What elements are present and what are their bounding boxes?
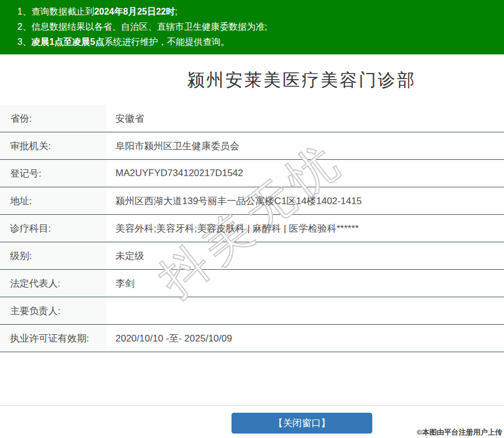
- row-value: 美容外科;美容牙科;美容皮肤科 | 麻醉科 | 医学检验科******: [107, 215, 504, 242]
- row-label-text: 执业许可证有效期:: [10, 332, 89, 345]
- table-row-address: 地址: 颍州区西湖大道139号丽丰一品公寓楼C1区14楼1402-1415: [0, 187, 504, 215]
- notice-text: 系统进行维护，不能提供查询。: [104, 37, 230, 47]
- row-value-text: 颍州区西湖大道139号丽丰一品公寓楼C1区14楼1402-1415: [115, 195, 362, 208]
- page-title: 颍州安莱美医疗美容门诊部: [187, 70, 416, 91]
- notice-text: ;: [175, 7, 177, 16]
- table-row-medical-subjects: 诊疗科目: 美容外科;美容牙科;美容皮肤科 | 麻醉科 | 医学检验科*****…: [0, 215, 504, 242]
- notice-number: 2、: [17, 22, 31, 31]
- row-label: 诊疗科目:: [0, 215, 107, 242]
- row-label: 登记号:: [0, 160, 107, 187]
- row-value: 李剑: [107, 270, 504, 297]
- row-label-text: 主要负责人:: [10, 305, 61, 317]
- row-label: 法定代表人:: [0, 270, 107, 297]
- table-row-registration-number: 登记号: MA2UYFYD734120217D1542: [0, 160, 504, 187]
- row-value: MA2UYFYD734120217D1542: [107, 160, 504, 187]
- row-label: 省份:: [0, 105, 107, 132]
- notice-bold-text: 凌晨1点至凌晨5点: [31, 37, 104, 47]
- row-label-text: 省份:: [10, 112, 32, 125]
- row-value-text: 美容外科;美容牙科;美容皮肤科 | 麻醉科 | 医学检验科******: [115, 222, 359, 235]
- row-value: 阜阳市颍州区卫生健康委员会: [107, 132, 504, 159]
- row-value-text: 未定级: [115, 250, 144, 262]
- notice-line-3: 3、凌晨1点至凌晨5点系统进行维护，不能提供查询。: [17, 34, 496, 49]
- copyright-stamp: ©本图由平台注册用户上传: [417, 427, 502, 437]
- page: 1、查询数据截止到2024年8月25日22时; 2、信息数据结果以各省、自治区、…: [0, 0, 504, 438]
- row-value-text: 2020/10/10 -至- 2025/10/09: [115, 332, 232, 345]
- row-value: 安徽省: [107, 105, 504, 132]
- footer-divider: [0, 405, 504, 406]
- notice-bar: 1、查询数据截止到2024年8月25日22时; 2、信息数据结果以各省、自治区、…: [0, 0, 504, 54]
- row-label: 主要负责人:: [0, 297, 107, 324]
- row-value-text: 阜阳市颍州区卫生健康委员会: [115, 140, 239, 153]
- notice-text: 信息数据结果以各省、自治区、直辖市卫生健康委数据为准;: [31, 22, 267, 31]
- row-label: 级别:: [0, 242, 107, 269]
- row-label-text: 诊疗科目:: [10, 222, 51, 235]
- row-label: 执业许可证有效期:: [0, 325, 107, 352]
- row-value: 颍州区西湖大道139号丽丰一品公寓楼C1区14楼1402-1415: [107, 187, 504, 214]
- row-value: 2020/10/10 -至- 2025/10/09: [107, 325, 504, 352]
- row-value-text: 李剑: [115, 277, 135, 290]
- notice-text: 查询数据截止到: [31, 7, 94, 16]
- row-label-text: 级别:: [10, 250, 32, 262]
- notice-number: 1、: [17, 7, 31, 16]
- table-row-province: 省份: 安徽省: [0, 105, 504, 132]
- notice-line-2: 2、信息数据结果以各省、自治区、直辖市卫生健康委数据为准;: [17, 19, 496, 34]
- row-value-text: 安徽省: [115, 112, 144, 125]
- row-value: [107, 297, 504, 324]
- close-window-button[interactable]: 【关闭窗口】: [232, 413, 372, 434]
- row-label-text: 地址:: [10, 195, 32, 208]
- notice-bold-text: 2024年8月25日22时: [94, 7, 175, 16]
- row-value-text: MA2UYFYD734120217D1542: [115, 168, 243, 179]
- table-row-principal: 主要负责人:: [0, 297, 504, 325]
- notice-line-1: 1、查询数据截止到2024年8月25日22时;: [17, 4, 496, 19]
- notice-number: 3、: [17, 37, 31, 47]
- row-label: 审批机关:: [0, 132, 107, 159]
- info-table: 省份: 安徽省 审批机关: 阜阳市颍州区卫生健康委员会 登记号: MA2UYFY…: [0, 105, 504, 352]
- row-value: 未定级: [107, 242, 504, 269]
- table-row-level: 级别: 未定级: [0, 242, 504, 270]
- row-label-text: 审批机关:: [10, 140, 51, 153]
- table-row-approval-authority: 审批机关: 阜阳市颍州区卫生健康委员会: [0, 132, 504, 160]
- row-label: 地址:: [0, 187, 107, 214]
- table-row-legal-representative: 法定代表人: 李剑: [0, 270, 504, 297]
- row-label-text: 登记号:: [10, 167, 41, 180]
- table-row-license-validity: 执业许可证有效期: 2020/10/10 -至- 2025/10/09: [0, 325, 504, 352]
- row-label-text: 法定代表人:: [10, 277, 61, 290]
